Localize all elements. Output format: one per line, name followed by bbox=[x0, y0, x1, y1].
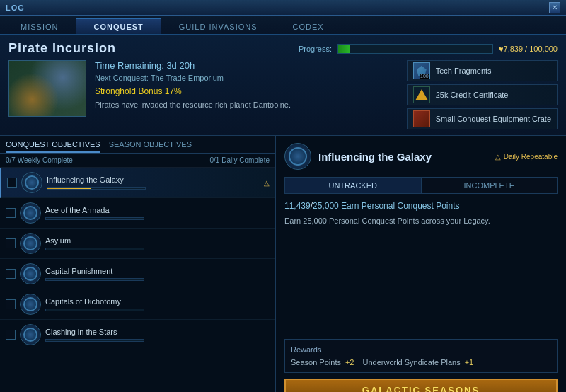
reward-item-cert: 25k Credit Certificate bbox=[407, 84, 558, 105]
objectives-list: Influencing the Galaxy △ Ace of the Arma… bbox=[0, 168, 275, 392]
objective-asylum[interactable]: Asylum bbox=[0, 229, 275, 259]
objective-details-2: Ace of the Armada bbox=[45, 206, 270, 220]
objective-icon-inner-2 bbox=[23, 206, 37, 220]
objective-name-5: Capitals of Dichotomy bbox=[45, 297, 270, 306]
objective-progress-fill-1 bbox=[47, 188, 91, 189]
tab-conquest[interactable]: CONQUEST bbox=[76, 18, 161, 34]
objective-icon-4 bbox=[20, 263, 41, 284]
daily-repeatable-label: Daily Repeatable bbox=[504, 153, 558, 161]
detail-panel: Influencing the Galaxy △ Daily Repeatabl… bbox=[276, 136, 566, 392]
objective-checkbox-5[interactable] bbox=[6, 299, 16, 309]
detail-icon bbox=[284, 143, 311, 170]
main-content: Pirate Incursion Progress: ♥7,839 / 100,… bbox=[0, 35, 566, 392]
reward-label-crate: Small Conquest Equipment Crate bbox=[436, 115, 551, 123]
reward-season-points: Season Points +2 bbox=[291, 358, 354, 367]
event-image bbox=[8, 60, 86, 117]
objective-progress-5 bbox=[45, 309, 144, 311]
tracking-tabs: UNTRACKED INCOMPLETE bbox=[284, 177, 558, 194]
objective-progress-6 bbox=[45, 339, 144, 342]
objective-clashing[interactable]: Clashing in the Stars bbox=[0, 320, 275, 350]
tab-season-objectives[interactable]: SEASON OBJECTIVES bbox=[109, 140, 192, 153]
reward-label-fragments: Tech Fragments bbox=[436, 67, 492, 75]
reward-icon-crate bbox=[413, 110, 430, 127]
underworld-label: Underworld Syndicate Plans bbox=[362, 358, 460, 367]
score-max: 25,000 bbox=[313, 201, 339, 211]
progress-value: ♥7,839 / 100,000 bbox=[499, 45, 558, 53]
next-conquest: Next Conquest: The Trade Emporium bbox=[95, 74, 398, 82]
tab-incomplete[interactable]: INCOMPLETE bbox=[422, 178, 558, 193]
objective-checkbox-6[interactable] bbox=[6, 330, 16, 340]
title-bar: LOG ✕ bbox=[0, 0, 566, 16]
time-remaining: Time Remaining: 3d 20h bbox=[95, 60, 398, 71]
objective-details-3: Asylum bbox=[45, 236, 270, 250]
tab-untracked[interactable]: UNTRACKED bbox=[285, 178, 421, 193]
daily-repeatable-badge: △ Daily Repeatable bbox=[495, 153, 558, 161]
objective-checkbox-3[interactable] bbox=[6, 238, 16, 248]
objective-details-4: Capital Punishment bbox=[45, 267, 270, 281]
objective-details-6: Clashing in the Stars bbox=[45, 328, 270, 342]
objective-checkbox-2[interactable] bbox=[6, 208, 16, 218]
tab-conquest-objectives[interactable]: CONQUEST OBJECTIVES bbox=[6, 140, 100, 153]
event-info: Time Remaining: 3d 20h Next Conquest: Th… bbox=[95, 60, 398, 129]
weekly-complete: 0/7 Weekly Complete bbox=[6, 156, 73, 164]
objective-icon-inner-1 bbox=[25, 175, 39, 190]
detail-icon-inner bbox=[289, 147, 307, 166]
detail-title: Influencing the Galaxy bbox=[318, 151, 432, 163]
objective-icon-inner-4 bbox=[23, 267, 37, 281]
objective-name-1: Influencing the Galaxy bbox=[47, 175, 260, 184]
progress-label: Progress: bbox=[299, 45, 332, 53]
objective-icon-inner-3 bbox=[23, 236, 37, 250]
detail-rewards-box: Rewards Season Points +2 Underworld Synd… bbox=[284, 339, 558, 373]
season-points-label: Season Points bbox=[291, 358, 341, 367]
reward-underworld: Underworld Syndicate Plans +1 bbox=[362, 358, 473, 367]
daily-icon-1: △ bbox=[264, 179, 270, 187]
stronghold-bonus: Stronghold Bonus 17% bbox=[95, 86, 398, 96]
reward-icon-cert bbox=[413, 86, 430, 103]
objective-icon-3 bbox=[20, 233, 41, 254]
detail-body: 11,439/25,000 Earn Personal Conquest Poi… bbox=[284, 201, 558, 339]
objective-name-4: Capital Punishment bbox=[45, 267, 270, 275]
objective-checkbox-4[interactable] bbox=[6, 269, 16, 279]
objective-name-2: Ace of the Armada bbox=[45, 206, 270, 214]
underworld-value: +1 bbox=[465, 358, 474, 367]
reward-item-fragments: 100 Tech Fragments bbox=[407, 60, 558, 81]
progress-bar-fill bbox=[338, 45, 350, 53]
window-title: LOG bbox=[6, 4, 25, 12]
objective-capitals-dichotomy[interactable]: Capitals of Dichotomy bbox=[0, 289, 275, 320]
close-button[interactable]: ✕ bbox=[549, 2, 560, 13]
daily-complete: 0/1 Daily Complete bbox=[210, 156, 270, 164]
tab-mission[interactable]: MISSION bbox=[3, 18, 76, 34]
objective-progress-4 bbox=[45, 278, 144, 281]
objective-icon-6 bbox=[20, 324, 41, 345]
objective-icon-2 bbox=[20, 202, 41, 224]
galactic-seasons-button[interactable]: GALACTIC SEASONS bbox=[284, 379, 558, 392]
objectives-tab-bar: CONQUEST OBJECTIVES SEASON OBJECTIVES bbox=[0, 136, 275, 154]
detail-score: 11,439/25,000 Earn Personal Conquest Poi… bbox=[284, 201, 558, 211]
score-label: Earn Personal Conquest Points bbox=[341, 201, 459, 211]
reward-item-crate: Small Conquest Equipment Crate bbox=[407, 108, 558, 129]
objective-details-1: Influencing the Galaxy bbox=[47, 175, 260, 190]
objective-progress-1 bbox=[47, 187, 146, 190]
reward-icon-fragments: 100 bbox=[413, 62, 430, 79]
season-points-value: +2 bbox=[345, 358, 354, 367]
event-title: Pirate Incursion bbox=[8, 41, 116, 56]
score-current: 11,439 bbox=[284, 201, 311, 211]
rewards-box-title: Rewards bbox=[291, 345, 551, 354]
detail-description: Earn 25,000 Personal Conquest Points acr… bbox=[284, 215, 558, 227]
daily-triangle-icon: △ bbox=[495, 153, 501, 161]
event-description: Pirates have invaded the resource rich p… bbox=[95, 100, 398, 109]
completion-row: 0/7 Weekly Complete 0/1 Daily Complete bbox=[0, 154, 275, 168]
objective-icon-5 bbox=[20, 294, 41, 315]
tab-codex[interactable]: CODEX bbox=[275, 18, 342, 34]
objective-progress-2 bbox=[45, 217, 144, 220]
tab-guild[interactable]: GUILD INVASIONS bbox=[161, 18, 275, 34]
bottom-section: CONQUEST OBJECTIVES SEASON OBJECTIVES 0/… bbox=[0, 136, 566, 392]
objective-capital-punishment[interactable]: Capital Punishment bbox=[0, 259, 275, 289]
rewards-row: Season Points +2 Underworld Syndicate Pl… bbox=[291, 358, 551, 367]
objective-influencing[interactable]: Influencing the Galaxy △ bbox=[0, 168, 275, 198]
objective-ace[interactable]: Ace of the Armada bbox=[0, 198, 275, 229]
objective-checkbox-1[interactable] bbox=[7, 178, 17, 188]
tab-bar: MISSION CONQUEST GUILD INVASIONS CODEX bbox=[0, 16, 566, 35]
detail-header: Influencing the Galaxy △ Daily Repeatabl… bbox=[284, 143, 558, 170]
objective-progress-3 bbox=[45, 248, 144, 250]
